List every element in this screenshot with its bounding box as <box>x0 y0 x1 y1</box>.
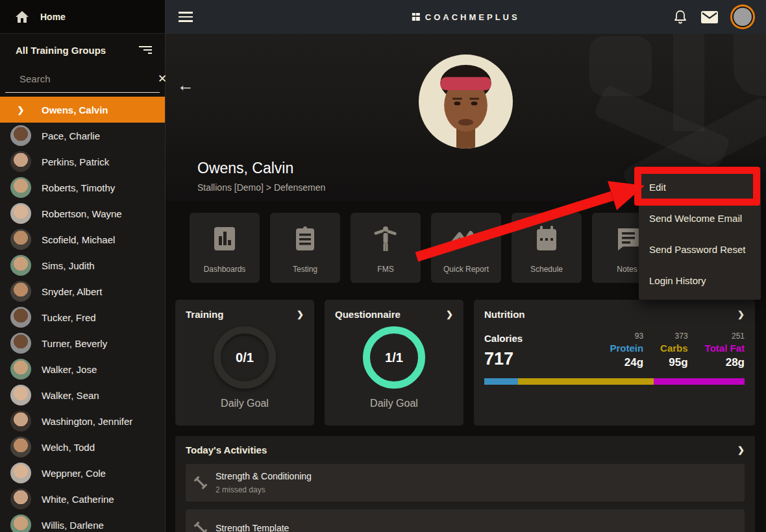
activities-title: Today's Activities <box>186 444 267 455</box>
user-avatar[interactable] <box>732 6 753 27</box>
athlete-row[interactable]: Weppner, Cole <box>0 460 165 486</box>
athlete-name: Welch, Todd <box>42 442 95 453</box>
chevron-right-icon[interactable]: ❯ <box>297 309 304 319</box>
athlete-name: Scofield, Michael <box>42 234 115 245</box>
menu-item-login-history[interactable]: Login History <box>639 265 761 296</box>
quick-action-tiles: Dashboards Testing FMS <box>190 213 662 283</box>
avatar <box>10 229 31 250</box>
tile-fms[interactable]: FMS <box>351 213 421 283</box>
athlete-row[interactable]: Willis, Darlene <box>0 512 165 532</box>
tile-label: Notes <box>617 265 637 274</box>
tile-dashboards[interactable]: Dashboards <box>190 213 260 283</box>
notifications-bell-icon[interactable] <box>674 10 687 24</box>
athlete-row-selected[interactable]: ❯ Owens, Calvin <box>0 97 165 123</box>
profile-photo <box>419 54 513 149</box>
athlete-row[interactable]: Walker, Sean <box>0 382 165 408</box>
athlete-name: Turner, Beverly <box>42 338 107 349</box>
menu-item-edit[interactable]: Edit <box>639 171 761 202</box>
summary-cards: Training ❯ 0/1 Daily Goal Questionnaire … <box>175 300 755 426</box>
athlete-row[interactable]: Snyder, Albert <box>0 278 165 304</box>
tile-testing[interactable]: Testing <box>270 213 340 283</box>
athlete-row[interactable]: Welch, Todd <box>0 434 165 460</box>
chevron-right-icon[interactable]: ❯ <box>737 445 745 455</box>
athlete-row[interactable]: White, Catherine <box>0 486 165 512</box>
athlete-row[interactable]: Scofield, Michael <box>0 226 165 252</box>
activity-subtitle: 2 missed days <box>216 485 312 494</box>
athlete-context-menu: Edit Send Welcome Email Send Password Re… <box>639 167 761 300</box>
protein-bar-segment <box>484 378 518 385</box>
athlete-row[interactable]: Robertson, Wayne <box>0 200 165 226</box>
athlete-profile-content: ← Owens, Calvin Stallions [Demo] <box>166 34 766 532</box>
training-goal-value: 0/1 <box>236 350 254 365</box>
questionnaire-card-title: Questionnaire <box>335 309 401 320</box>
mail-icon[interactable] <box>701 11 718 23</box>
questionnaire-goal-caption: Daily Goal <box>325 398 463 409</box>
search-input[interactable] <box>19 73 149 84</box>
chevron-right-icon[interactable]: ❯ <box>446 309 453 319</box>
macro-total-fat: 251 Total Fat 28g <box>705 332 745 369</box>
carbs-bar-segment <box>518 378 654 385</box>
athlete-row[interactable]: Turner, Beverly <box>0 330 165 356</box>
training-groups-header: All Training Groups <box>0 34 165 66</box>
athlete-row[interactable]: Roberts, Timothy <box>0 175 165 200</box>
protein-grams: 24g <box>610 356 643 369</box>
app-window: Home All Training Groups ✕ ❯ Owens, Calv… <box>0 0 766 532</box>
avatar <box>10 411 31 431</box>
avatar <box>10 489 31 509</box>
topbar: COACHMEPLUS <box>166 0 766 34</box>
brand-logo: COACHMEPLUS <box>412 12 519 22</box>
menu-icon[interactable] <box>179 9 193 25</box>
athlete-name: Robertson, Wayne <box>42 208 122 219</box>
activity-row[interactable]: Strength Template <box>186 509 745 532</box>
athlete-name: Washington, Jennifer <box>42 416 132 427</box>
carbs-grams: 95g <box>660 356 688 369</box>
macro-progress-bar <box>484 378 745 385</box>
athlete-row[interactable]: Tucker, Fred <box>0 304 165 330</box>
page-title: Owens, Calvin <box>197 160 325 177</box>
menu-item-send-password-reset[interactable]: Send Password Reset <box>639 234 761 265</box>
carbs-calories: 373 <box>660 332 688 341</box>
training-card: Training ❯ 0/1 Daily Goal <box>175 300 314 426</box>
bar-chart-icon <box>190 213 260 265</box>
athlete-row[interactable]: Sims, Judith <box>0 252 165 278</box>
chevron-right-icon[interactable]: ❯ <box>737 309 745 319</box>
activity-title: Strength & Conditioning <box>216 471 312 481</box>
dumbbell-icon <box>186 475 216 490</box>
sidebar-item-home[interactable]: Home <box>0 0 165 34</box>
protein-label: Protein <box>610 343 643 354</box>
tile-label: Schedule <box>530 265 563 274</box>
groups-title: All Training Groups <box>16 45 106 56</box>
calories-block: Calories 717 <box>484 333 523 369</box>
back-arrow-icon[interactable]: ← <box>177 77 194 93</box>
chevron-right-icon: ❯ <box>10 105 31 115</box>
avatar <box>10 359 31 380</box>
menu-item-send-welcome-email[interactable]: Send Welcome Email <box>639 202 761 234</box>
questionnaire-progress-ring: 1/1 <box>363 326 425 389</box>
questionnaire-card: Questionnaire ❯ 1/1 Daily Goal <box>325 300 463 426</box>
avatar <box>10 333 31 354</box>
fat-bar-segment <box>654 378 745 385</box>
athlete-name: Weppner, Cole <box>42 468 106 479</box>
activity-title: Strength Template <box>216 523 289 532</box>
athlete-row[interactable]: Perkins, Patrick <box>0 149 165 175</box>
athlete-row[interactable]: Walker, Jose <box>0 356 165 382</box>
athlete-row[interactable]: Pace, Charlie <box>0 123 165 149</box>
athlete-row[interactable]: Washington, Jennifer <box>0 408 165 434</box>
athlete-list[interactable]: ❯ Owens, Calvin Pace, Charlie Perkins, P… <box>0 97 165 532</box>
logo-text: COACHMEPLUS <box>425 12 520 22</box>
athlete-name: Willis, Darlene <box>42 520 104 531</box>
tile-schedule[interactable]: Schedule <box>512 213 582 283</box>
todays-activities-card: Today's Activities ❯ Strength & Conditio… <box>175 436 755 532</box>
avatar <box>10 281 31 302</box>
avatar <box>10 255 31 276</box>
athlete-name: Owens, Calvin <box>42 104 108 115</box>
home-icon <box>16 11 29 23</box>
avatar <box>10 203 31 224</box>
tile-quick-report[interactable]: Quick Report <box>431 213 501 283</box>
avatar <box>10 151 31 172</box>
filter-icon[interactable] <box>139 46 152 54</box>
trend-wave-icon <box>431 213 501 265</box>
activity-row[interactable]: Strength & Conditioning 2 missed days <box>186 464 745 502</box>
athlete-name: White, Catherine <box>42 494 114 505</box>
fat-grams: 28g <box>705 356 745 369</box>
